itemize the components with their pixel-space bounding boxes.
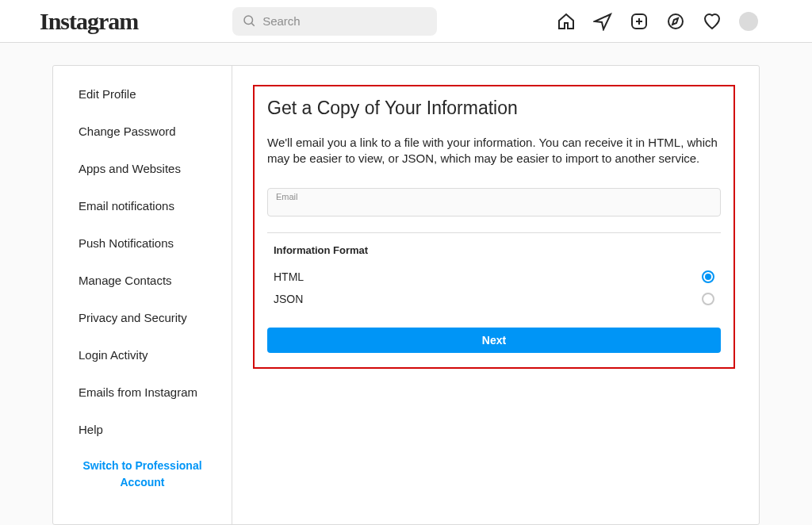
explore-icon[interactable]: [666, 12, 685, 31]
top-nav: Instagram: [0, 0, 812, 43]
divider: [267, 232, 721, 233]
search-wrap: [232, 7, 437, 36]
switch-professional-link[interactable]: Switch to Professional Account: [53, 448, 232, 500]
sidebar-item-change-password[interactable]: Change Password: [53, 113, 232, 150]
radio-json[interactable]: [702, 293, 714, 305]
home-icon[interactable]: [557, 12, 576, 31]
sidebar-item-emails-from-instagram[interactable]: Emails from Instagram: [53, 374, 232, 411]
radio-html[interactable]: [702, 270, 714, 283]
sidebar-item-apps-websites[interactable]: Apps and Websites: [53, 150, 232, 187]
page-description: We'll email you a link to a file with yo…: [267, 135, 721, 167]
format-section-label: Information Format: [274, 244, 721, 256]
format-option-json-label: JSON: [274, 293, 303, 305]
svg-line-1: [252, 23, 255, 25]
svg-point-5: [668, 14, 683, 29]
settings-sidebar: Edit Profile Change Password Apps and We…: [53, 66, 232, 524]
highlight-box: Get a Copy of Your Information We'll ema…: [253, 85, 735, 369]
format-option-html-label: HTML: [274, 270, 304, 283]
svg-point-0: [244, 16, 253, 25]
avatar[interactable]: [739, 12, 758, 31]
sidebar-item-edit-profile[interactable]: Edit Profile: [53, 75, 232, 113]
new-post-icon[interactable]: [630, 12, 649, 31]
page-title: Get a Copy of Your Information: [267, 98, 721, 119]
search-icon: [242, 13, 256, 28]
brand-logo[interactable]: Instagram: [40, 8, 138, 35]
format-option-html[interactable]: HTML: [267, 266, 721, 288]
email-label: Email: [276, 192, 298, 201]
next-button[interactable]: Next: [267, 328, 721, 353]
email-field[interactable]: Email: [267, 188, 721, 217]
sidebar-item-login-activity[interactable]: Login Activity: [53, 336, 232, 374]
content-area: Get a Copy of Your Information We'll ema…: [232, 66, 759, 524]
sidebar-item-email-notifications[interactable]: Email notifications: [53, 187, 232, 224]
nav-icons: [557, 12, 758, 31]
sidebar-item-help[interactable]: Help: [53, 411, 232, 448]
sidebar-item-push-notifications[interactable]: Push Notifications: [53, 224, 232, 262]
search-input[interactable]: [232, 7, 437, 36]
main-area: Edit Profile Change Password Apps and We…: [0, 43, 812, 525]
activity-icon[interactable]: [703, 12, 722, 31]
svg-marker-6: [672, 18, 678, 25]
sidebar-item-manage-contacts[interactable]: Manage Contacts: [53, 262, 232, 299]
sidebar-item-privacy-security[interactable]: Privacy and Security: [53, 299, 232, 336]
settings-panel: Edit Profile Change Password Apps and We…: [52, 65, 760, 525]
format-option-json[interactable]: JSON: [267, 288, 721, 310]
messenger-icon[interactable]: [593, 12, 612, 31]
